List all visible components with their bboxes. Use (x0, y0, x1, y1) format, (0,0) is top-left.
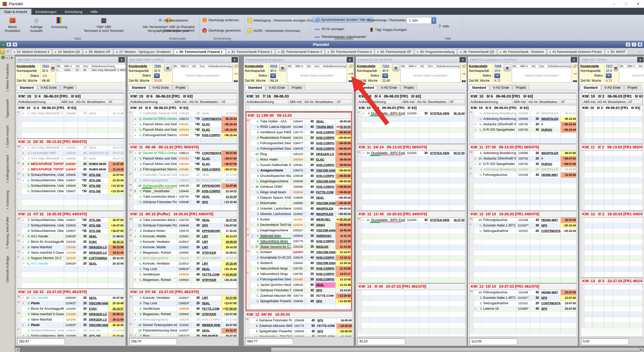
order-row[interactable]: 4Dialyzer Spacer, AA50010985630SEAL409-0… (246, 195, 351, 201)
sidebar-item-7[interactable]: Übersicht Aufträge (6, 252, 9, 287)
order-row[interactable]: ¼Hinge small beam10965240FETTE-COM¼09-05… (246, 190, 351, 195)
register-tab-14[interactable]: ▶50: MONT (605, 49, 628, 54)
order-row[interactable]: 6Tray Lock109829*20SEAL523-07:00 (129, 301, 237, 306)
scroll-left-icon[interactable]: ◀ (15, 348, 20, 352)
register-tab-3[interactable]: ▶25: Medizin OF (83, 49, 113, 54)
order-row[interactable]: !¼Schlauchklemme, Mittelte110098*20ATG-S… (17, 334, 124, 337)
register-tab-2[interactable]: ▶24: Medizin QS (52, 49, 83, 54)
kw-header[interactable]: KW: 13 0/ 40 23-27.03 [FR1 481/470] (357, 283, 465, 290)
order-row[interactable]: Do¼Schwert110493!30VISCOM-HAN12-14:57 (246, 250, 351, 255)
order-row[interactable]: !4Reaktorblock Frästeil P8010622150KHS-C… (246, 135, 351, 141)
register-tab-13[interactable]: ▶41:Feinmechanik-Dreherei-Förster (547, 49, 605, 54)
order-row[interactable]: Doi5Valve mainfold 3 Gases M11019620DRÄG… (17, 250, 124, 256)
kw-header[interactable]: KW: 11 37/ 38 09-13.03 [FR1 565/470] (469, 144, 576, 151)
panel-tab-v-ag-ende[interactable]: V-AG Ende (601, 85, 624, 90)
alle-abk-button[interactable]: ▦ *Alle* ABK Terminiert & nicht Terminie… (75, 16, 132, 33)
sidebar-item-1[interactable]: 1Meine Produktion (6, 60, 9, 95)
horizontal-scrollbar[interactable]: ◀ ▶ (15, 347, 644, 352)
sync-scrollen-toggle[interactable]: Synchronisiertes Scrollen "Alle an" (313, 17, 373, 23)
panel-tab-projekt[interactable]: Projekt (513, 85, 529, 90)
sidebar-item-2[interactable]: Tagesansicht (6, 95, 9, 122)
aenderungen-gesehen-button[interactable]: ✔ Änderungen gesehen (159, 28, 195, 33)
kw-header[interactable]: KW: 11 24/ 24 09-13.03 [FR1 565/470] (357, 144, 465, 151)
tab-start-ansicht[interactable]: Start & Ansicht (0, 9, 31, 15)
order-row[interactable]: Di4Anbindung Bowdenzug, inner10999620WAS… (469, 167, 576, 172)
layout-icon-2[interactable]: ▤ (12, 42, 17, 47)
order-row[interactable]: 2Spiegelhalter PowerMon10964940SPX216-05… (245, 329, 352, 334)
order-row[interactable]: 3Führungseinheit Sternrad10948050KHS-COR… (246, 277, 351, 282)
order-row[interactable]: Mi!3Platte110602*20VISCOM-HAN25-10:49 (17, 301, 124, 306)
close-icon[interactable]: x (637, 57, 643, 62)
order-row[interactable]: Fr3Schlauchklemme, Unterteil10960630ATG-… (17, 328, 124, 334)
order-row[interactable]: i¼D-R 320 Spiegelhalter10979330DURAG606-… (469, 127, 576, 133)
panel-tab-v-ag-ende[interactable]: V-AG Ende (149, 85, 172, 90)
binoculars-icon[interactable] (573, 80, 577, 82)
order-row[interactable]: ¼Konsole, Ventilator110061*30LMT20-15:44 (129, 261, 237, 267)
order-row[interactable]: i¼Deckel ALTREG-Gehäuse108612*70CONTINEN… (129, 116, 237, 122)
order-row[interactable]: 13Gehäuse Fotometer Powe10964830SPX816-0… (129, 223, 237, 229)
kostenstelle-value[interactable]: 7049 (493, 64, 503, 68)
order-row[interactable]: Di!6Greifarm hinten10957830EPPENDORF17-1… (129, 229, 237, 234)
order-row[interactable]: 5Kurbel11018130WEW-REL4/605:00:00 (246, 217, 351, 223)
register-tab-8[interactable]: ▶33: Feinmechanik Fräserei 4 (325, 49, 375, 54)
sidebar-item-4[interactable]: 3Auftragsdurchlauf (6, 151, 9, 187)
order-row[interactable]: Fr!2Biegeeisen, Rohteil10996040STRYKER20… (129, 250, 237, 256)
kw-header[interactable]: KW: 10 0/ 6 06-06.03 [FR1 0/ 63] (469, 93, 576, 100)
kw-header[interactable]: KW: 12 10/ 10 16-20.03 [FR1 445/470] (469, 211, 576, 218)
link-icon[interactable] (349, 64, 353, 67)
kw-header[interactable]: KW: 10 1/ 4 06-06.03 [FR1 0/ 63] (17, 93, 124, 100)
kw-header[interactable]: KW: 11 139/ 80 09-13.03 (246, 112, 351, 119)
binoculars-icon[interactable] (349, 80, 353, 82)
order-row[interactable]: i¼Flansch Motor und Getriet109334*40ELAC… (129, 127, 237, 133)
cube-button[interactable]: ▣ (504, 64, 511, 71)
auslastung-button[interactable]: Auslastung (48, 16, 70, 29)
order-row[interactable]: Fri1AA1 Inlay Werkstoff: 1.446210946820S… (17, 111, 124, 116)
cube-button[interactable]: ▣ (51, 64, 55, 71)
view-icon-1[interactable]: ▤ (626, 42, 631, 47)
order-row[interactable]: Fr¼Exzenter-Nabe 1.4571110187*30SPX220-1… (469, 223, 576, 229)
order-row[interactable]: i1Laterne 16110086*40SPX23-07:00 (469, 306, 576, 312)
close-button[interactable]: ✕ (632, 0, 644, 8)
order-row[interactable]: 0Vakuumblock längs10577935KHS-CORPO11-12… (246, 239, 351, 244)
kostenstelle-value[interactable]: 5016 (269, 64, 278, 68)
register-tab-4[interactable]: ▶27: Medizin - Spritzguss+ Erodieren (114, 49, 173, 54)
order-row[interactable]: !2Deckenblech Teil3 Nice R11027940GRAU10… (246, 223, 351, 228)
order-row[interactable]: 1Ventilkörper10983840FETTE-COM1/607:00:0… (129, 306, 237, 312)
kw-header[interactable]: KW: 12 0/ 2 16-20.03 [FR1 445/470] (581, 211, 643, 218)
order-row[interactable]: !¼Ventilkörper10983840FETTE-COM1/615:44:… (129, 272, 237, 278)
order-row[interactable]: i¼Flansch Motor und Getriet109332*40ELAC… (129, 122, 237, 127)
order-row[interactable]: ¼Gegenlagerschiene10954940VISCOM-HAN¼09-… (246, 179, 351, 184)
order-row[interactable]: ¼Seilzugaufnahme11019120CONTINENTA220-15… (469, 229, 576, 234)
order-row[interactable]: i17D-R 320 Spiegelhalter10979330DURAG609… (469, 162, 576, 167)
kappa-toggle[interactable]: Tägl. Kappa Anzeigen (370, 28, 407, 32)
register-dropdown-icon[interactable]: ▼ (5, 50, 11, 53)
layout-icon-1[interactable]: ◧ (6, 42, 11, 47)
order-row[interactable]: 4RING Lateral Adjustment L10148640TIGRIS… (246, 125, 351, 130)
question-status-icon[interactable]: ? (154, 73, 160, 78)
panel-tab-standard[interactable]: Standard (17, 85, 37, 90)
order-row[interactable]: Fr0Coilholder Flowcell AA50010832830SEAL… (129, 111, 237, 116)
register-tab-5[interactable]: ▶30: Feinmechanik Fräserei 1 (174, 49, 225, 54)
order-row[interactable]: Mo2Konsole, Ventilator110061*30LMT23-07:… (129, 295, 237, 301)
order-row[interactable]: 7Gehäuse Fotometer Powe10964840SPX13-14:… (246, 288, 351, 293)
scroll-right-icon[interactable]: ▶ (639, 348, 644, 352)
order-row[interactable]: ¼Anbindung Bowdenzug, in10999630WASPOLEN… (469, 116, 576, 122)
order-row[interactable]: 8Schlauchklemme, Obertei109607*30ATG-SIE… (17, 229, 124, 234)
register-tab-12[interactable]: ▶40: Feinmechanik - Dreherei (497, 49, 546, 54)
question-status-icon[interactable]: ? (606, 73, 612, 78)
kw-header[interactable]: KW: 13 57/ 48 23-27.03 [FR1 481/470] (129, 288, 237, 295)
alle-aktualisieren-button[interactable]: ⟳ Alle aktualisieren (159, 18, 188, 23)
view-icon-2[interactable]: ◫ (632, 42, 636, 47)
close-icon[interactable]: x (571, 57, 577, 62)
order-row[interactable]: Do3Valve mainfold 3 Gases M11019630DRÄGE… (17, 312, 124, 317)
order-row[interactable]: 1Seilzugaufnahme11019120CONTINENTA23-07:… (469, 301, 576, 306)
order-row[interactable]: i38Gehäuse DN6010958040KHS-CORPO2209-05:… (246, 184, 351, 190)
order-row[interactable]: !2MEGAPURGE TAPOFF110592*30RUBIX-MUN11-1… (17, 167, 124, 172)
order-row[interactable]: i1Flansch Motor und Getriet109332*40ELAC… (129, 156, 237, 162)
order-row[interactable]: ¼Aussen Halbschale Spee10945140KHS-CORPO… (246, 163, 351, 168)
order-row[interactable]: i1Befestigungsklotz10820930KHS-CORPO10-1… (129, 178, 237, 183)
tab-einrichtung[interactable]: Einrichtung (61, 9, 87, 15)
order-row[interactable]: 22Ring10910230DRÄGER-LÜ609-05:00 (246, 152, 351, 157)
tabs-scroll-right-icon[interactable]: › (641, 50, 642, 53)
sidebar-ok-icon[interactable]: ✓ (1, 56, 5, 59)
